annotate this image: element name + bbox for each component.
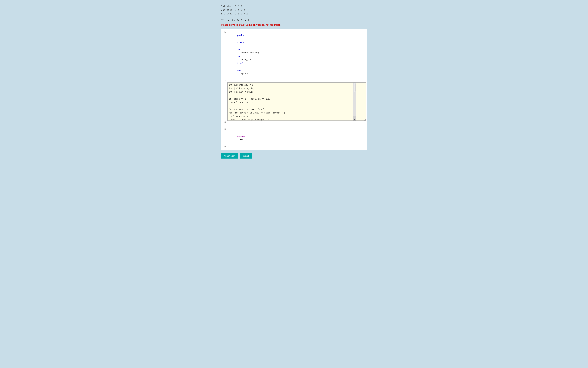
step1-line: 1st step: 1 3 2 [221, 4, 367, 8]
bracket1: [] studentsMethod( [237, 52, 259, 54]
line-number-4: 4 [222, 124, 226, 128]
scroll-down-btn[interactable]: ▼ [353, 118, 356, 120]
kw-return: return [237, 135, 245, 138]
scrollbar-area: ▲ ▼ [353, 83, 356, 120]
button-row: Abschicken Zurück [221, 153, 367, 158]
space3 [237, 65, 238, 68]
bracket2: [] array_in, [237, 59, 253, 61]
rest5: result; [237, 138, 247, 141]
line-number-1: 1 [222, 30, 226, 34]
code-line-5: 5 return result; [222, 128, 366, 145]
result-line: => { 1, 5, 9, 7, 2 } [221, 18, 367, 22]
line-number-6: 6 [222, 145, 226, 148]
back-button[interactable]: Zurück [240, 153, 252, 158]
code-content-6: } [228, 145, 229, 148]
code-content-5: return result; [228, 128, 247, 145]
space2 [237, 45, 238, 47]
line-number-2: 2 [222, 79, 226, 83]
kw-static: static [237, 41, 245, 44]
rest1: steps) { [237, 73, 248, 75]
resize-handle[interactable] [364, 119, 366, 120]
kw-public: public [237, 34, 245, 37]
submit-button[interactable]: Abschicken [221, 153, 238, 158]
scroll-up-btn[interactable]: ▲ [353, 116, 356, 118]
kw-int3: int [237, 69, 241, 71]
kw-int1: int [237, 48, 241, 50]
indent5 [237, 132, 242, 134]
code-line-3: 3 [222, 121, 366, 124]
kw-final: final [237, 62, 243, 64]
code-editor: 1 public static int [] studentsMethod( i… [221, 28, 367, 150]
scrollbar-track [353, 83, 356, 116]
code-line-6: 6 } [222, 145, 366, 148]
code-content-1: public static int [] studentsMethod( int… [228, 30, 259, 79]
code-textarea[interactable] [228, 83, 353, 120]
code-line-1: 1 public static int [] studentsMethod( i… [222, 30, 366, 79]
warning-text: Please solve this task using only loops,… [221, 24, 367, 26]
steps-section: 1st step: 1 3 2 2nd step: 1 4 5 2 3rd st… [221, 4, 367, 16]
code-line-2: 2 [222, 79, 366, 83]
kw-space1 [237, 38, 238, 40]
code-line-4: 4 [222, 124, 366, 128]
scrollbar-thumb[interactable] [354, 83, 355, 92]
main-container: 1st step: 1 3 2 2nd step: 1 4 5 2 3rd st… [221, 4, 367, 158]
line-number-5: 5 [222, 128, 226, 131]
kw-int2: int [237, 55, 241, 57]
step3-line: 3rd step: 1 5 9 7 2 [221, 12, 367, 16]
textarea-wrapper: ▲ ▼ [228, 83, 366, 121]
line-number-3: 3 [222, 121, 226, 124]
step2-line: 2nd step: 1 4 5 2 [221, 8, 367, 12]
